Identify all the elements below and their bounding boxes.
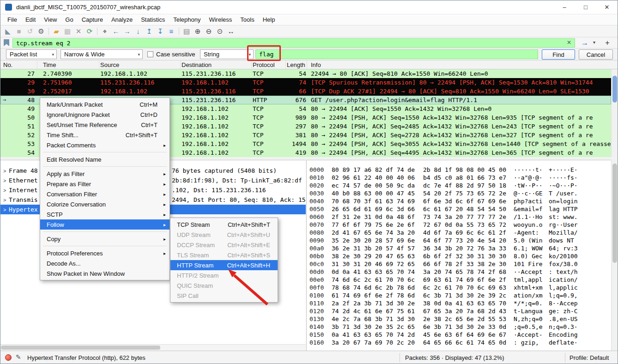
hex-row[interactable]: 0000 80 89 17 a6 82 df 74 de 2b 8d 1f 98… bbox=[309, 166, 611, 174]
hex-row[interactable]: 00d0 0d 0a 41 63 63 65 70 74 3a 20 74 65… bbox=[309, 268, 611, 276]
menubar-item[interactable]: Telephony bbox=[169, 16, 205, 23]
back-icon[interactable]: ← bbox=[110, 26, 121, 36]
hex-row[interactable]: 0100 61 74 69 6f 6e 2f 78 6d 6c 3b 71 3d… bbox=[309, 291, 611, 299]
menubar-item[interactable]: Tools bbox=[236, 16, 258, 23]
close-file-icon[interactable]: ✕ bbox=[73, 26, 84, 36]
packet-row[interactable]: 29 2.751960 115.231.236.116 192.168.1.10… bbox=[0, 78, 611, 87]
colorize-icon[interactable]: ▤ bbox=[181, 26, 192, 36]
hex-row[interactable]: 0010 02 96 61 22 40 00 40 06 b4 d5 c0 a8… bbox=[309, 174, 611, 182]
menubar-item[interactable]: Capture bbox=[78, 16, 107, 23]
hex-row[interactable]: 0130 4e 2c 7a 68 3b 71 3d 30 2e 38 2c 65… bbox=[309, 315, 611, 323]
context-menu-item[interactable]: Conversation Filter ▸ bbox=[40, 189, 170, 199]
hex-row[interactable]: 0140 3b 71 3d 30 2e 35 2c 65 6e 3b 71 3d… bbox=[309, 323, 611, 331]
find-packet-icon[interactable]: ⌖ bbox=[99, 26, 110, 36]
zoom-out-icon[interactable]: ⊖ bbox=[203, 26, 214, 36]
details-horizontal-scrollbar[interactable] bbox=[0, 344, 306, 351]
menubar-item[interactable]: Edit bbox=[21, 16, 40, 23]
cancel-button[interactable]: Cancel bbox=[579, 49, 613, 60]
case-sensitive-checkbox[interactable] bbox=[147, 51, 153, 57]
reload-icon[interactable]: ⟳ bbox=[84, 26, 95, 36]
column-header[interactable]: Protocol bbox=[252, 61, 286, 69]
hex-row[interactable]: 0110 2a 2f 2a 3b 71 3d 30 2e 38 0d 0a 41… bbox=[309, 299, 611, 307]
save-file-icon[interactable]: ▦ bbox=[62, 26, 73, 36]
context-menu-item[interactable]: Protocol Preferences ▸ bbox=[40, 248, 170, 258]
submenu-item[interactable]: TCP Stream Ctrl+Alt+Shift+T bbox=[170, 219, 278, 230]
context-menu-item[interactable]: Colorize Conversation ▸ bbox=[40, 199, 170, 209]
submenu-item[interactable]: UDP Stream Ctrl+Alt+Shift+U bbox=[170, 230, 278, 240]
hex-row[interactable]: 00c0 31 30 31 20 46 69 72 65 66 6f 78 2f… bbox=[309, 260, 611, 268]
status-profile[interactable]: Profile: Default bbox=[570, 354, 609, 361]
context-menu-item[interactable] bbox=[40, 244, 170, 248]
context-menu-item[interactable]: Apply as Filter ▸ bbox=[40, 169, 170, 179]
stop-capture-icon[interactable]: ■ bbox=[13, 26, 24, 36]
filter-bookmark-icon[interactable] bbox=[4, 39, 9, 46]
hex-row[interactable]: 0030 40 b0 88 63 00 00 47 45 54 20 2f 75… bbox=[309, 189, 611, 197]
hex-row[interactable]: 00a0 36 2e 31 3b 20 57 4f 57 36 34 3b 20… bbox=[309, 244, 611, 252]
hex-row[interactable]: 0090 35 2e 30 20 28 57 69 6e 64 6f 77 73… bbox=[309, 237, 611, 244]
close-button[interactable]: ✕ bbox=[596, 0, 618, 14]
context-menu-item[interactable]: Ignore/Unignore Packet Ctrl+D bbox=[40, 109, 170, 120]
display-filter-input[interactable] bbox=[12, 38, 575, 48]
context-menu-item[interactable] bbox=[40, 230, 170, 234]
hex-row[interactable]: 0060 2f 31 2e 31 0d 0a 48 6f 73 74 3a 20… bbox=[309, 213, 611, 221]
submenu-item[interactable]: DCCP Stream Ctrl+Alt+Shift+E bbox=[170, 240, 278, 250]
context-menu-item[interactable]: SCTP ▸ bbox=[40, 209, 170, 219]
search-type-select[interactable]: String ▾ bbox=[200, 49, 254, 59]
scrollbar-thumb[interactable] bbox=[1, 346, 160, 350]
context-menu-item[interactable]: Decode As... bbox=[40, 258, 170, 268]
column-header[interactable]: Info bbox=[307, 61, 618, 69]
column-header[interactable]: Source bbox=[99, 61, 181, 69]
context-menu-item[interactable]: Set/Unset Time Reference Ctrl+T bbox=[40, 120, 170, 130]
hex-row[interactable]: 0050 26 65 6d 61 69 6c 3d 66 6c 61 67 20… bbox=[309, 205, 611, 213]
context-menu-item[interactable]: Show Packet in New Window bbox=[40, 268, 170, 279]
toolbar-separator[interactable] bbox=[177, 26, 181, 36]
expand-arrow-icon[interactable]: > bbox=[0, 197, 9, 203]
menubar-item[interactable]: Go bbox=[61, 16, 77, 23]
column-header[interactable]: Length bbox=[286, 61, 307, 69]
search-input[interactable] bbox=[255, 49, 538, 59]
hex-row[interactable]: 0080 2d 41 67 65 6e 74 3a 20 4d 6f 7a 69… bbox=[309, 229, 611, 237]
expand-arrow-icon[interactable]: > bbox=[0, 178, 9, 183]
apply-filter-button[interactable]: → bbox=[579, 38, 591, 48]
find-button[interactable]: Find bbox=[542, 49, 575, 60]
menubar-item[interactable]: Help bbox=[259, 16, 279, 23]
menubar-item[interactable]: File bbox=[3, 16, 21, 23]
menubar-item[interactable]: Analyze bbox=[107, 16, 137, 23]
forward-icon[interactable]: → bbox=[121, 26, 133, 36]
hex-row[interactable]: 0040 70 68 70 3f 61 63 74 69 6f 6e 3d 6c… bbox=[309, 197, 611, 205]
scrollbar-thumb[interactable] bbox=[612, 164, 617, 263]
add-filter-button[interactable]: + bbox=[602, 38, 612, 48]
context-menu-item[interactable]: Time Shift... Ctrl+Shift+T bbox=[40, 130, 170, 140]
hex-row[interactable]: 0160 3a 20 67 7a 69 70 2c 20 64 65 66 6c… bbox=[309, 339, 611, 346]
minimize-button[interactable]: – bbox=[554, 0, 575, 14]
hex-row[interactable]: 00e0 74 6d 6c 2c 61 70 70 6c 69 63 61 74… bbox=[309, 276, 611, 284]
clear-filter-icon[interactable]: ✕ bbox=[567, 39, 571, 46]
goto-packet-icon[interactable]: ↓ bbox=[133, 26, 144, 36]
context-menu-item[interactable]: Edit Resolved Name bbox=[40, 154, 170, 164]
maximize-button[interactable]: □ bbox=[575, 0, 596, 14]
menubar-item[interactable]: Wireless bbox=[205, 16, 236, 23]
expert-info-icon[interactable] bbox=[5, 354, 12, 361]
capture-options-icon[interactable]: ⚙ bbox=[36, 26, 47, 36]
context-menu-item[interactable] bbox=[40, 150, 170, 154]
context-menu-item[interactable]: Mark/Unmark Packet Ctrl+M bbox=[40, 99, 170, 109]
hex-row[interactable]: 00b0 38 2e 30 29 20 47 65 63 6b 6f 2f 32… bbox=[309, 252, 611, 260]
context-menu-item[interactable]: Follow ▸ bbox=[40, 219, 170, 230]
capture-comment-icon[interactable]: ✎ bbox=[16, 353, 21, 361]
packet-list-scrollbar[interactable] bbox=[611, 69, 618, 157]
charset-select[interactable]: Narrow & Wide ▾ bbox=[61, 49, 143, 59]
hex-row[interactable]: 0020 ec 74 57 de 00 50 9c da dc 7e 4f 88… bbox=[309, 182, 611, 189]
hex-pane-scrollbar[interactable] bbox=[611, 160, 618, 351]
last-packet-icon[interactable]: ↧ bbox=[155, 26, 166, 36]
first-packet-icon[interactable]: ↥ bbox=[144, 26, 155, 36]
resize-columns-icon[interactable]: ↔ bbox=[225, 26, 236, 36]
open-file-icon[interactable]: ▰ bbox=[51, 26, 62, 36]
expand-arrow-icon[interactable]: > bbox=[0, 188, 9, 193]
column-header[interactable]: Time bbox=[37, 61, 99, 69]
context-menu-item[interactable]: Packet Comments ▸ bbox=[40, 140, 170, 150]
context-menu-item[interactable] bbox=[40, 164, 170, 169]
packet-row[interactable]: 30 2.752017 192.168.1.102 115.231.236.11… bbox=[0, 87, 611, 96]
hex-row[interactable]: 0150 0a 41 63 63 65 70 74 2d 45 6e 63 6f… bbox=[309, 331, 611, 339]
hex-row[interactable]: 0070 77 6f 6f 79 75 6e 2e 6f 72 67 0d 0a… bbox=[309, 221, 611, 229]
restart-capture-icon[interactable]: ↺ bbox=[24, 26, 36, 36]
